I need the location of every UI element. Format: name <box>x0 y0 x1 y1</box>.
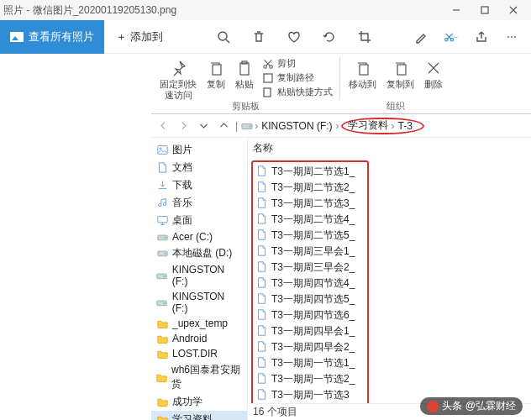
sidebar-item[interactable]: 音乐 <box>151 194 247 212</box>
file-icon <box>256 293 267 307</box>
file-item[interactable]: T3一期周二节选5_ <box>255 228 365 244</box>
forward-button[interactable] <box>175 118 192 134</box>
pasteshortcut-button[interactable]: 粘贴快捷方式 <box>262 86 333 98</box>
drive-icon <box>156 231 168 243</box>
file-item[interactable]: T3一期周一节选2_ <box>255 371 365 387</box>
navigation-pane[interactable]: 图片文档下载音乐桌面Acer (C:)本地磁盘 (D:)KINGSTON (F:… <box>151 138 248 420</box>
file-item[interactable]: T3一期周四节选4_ <box>255 276 365 291</box>
sidebar-item[interactable]: Android <box>151 331 247 346</box>
sidebar-item[interactable]: 文档 <box>151 159 247 176</box>
sidebar-item-label: KINGSTON (F:) <box>172 291 242 314</box>
sidebar-item[interactable]: 桌面 <box>151 212 247 229</box>
sidebar-item[interactable]: 本地磁盘 (D:) <box>151 244 247 262</box>
paste-button[interactable]: 粘贴 <box>230 55 259 90</box>
file-item[interactable]: T3一期周四节选6_ <box>255 307 365 323</box>
file-icon <box>256 325 267 339</box>
ribbon: 固定到快 速访问 复制 粘贴 剪切 复制路径 粘贴快捷方式 剪贴板 <box>151 54 531 114</box>
paste-icon <box>236 59 253 77</box>
scissors-icon[interactable] <box>444 29 459 45</box>
sidebar-item[interactable]: 图片 <box>151 141 247 159</box>
delete-button[interactable]: 删除 <box>419 55 448 90</box>
maximize-button[interactable] <box>471 0 499 20</box>
file-item[interactable]: T3一期周四节选5_ <box>255 291 365 307</box>
file-item[interactable]: T3一期周二节选2_ <box>255 180 365 196</box>
delete-icon[interactable] <box>251 29 266 45</box>
file-icon <box>256 357 267 370</box>
drive-icon <box>156 297 168 308</box>
column-header-name[interactable]: 名称 <box>251 138 528 159</box>
sidebar-item[interactable]: KINGSTON (F:) <box>151 262 247 289</box>
sidebar-item[interactable]: wh6国泰君安期货 <box>151 361 247 393</box>
file-list[interactable]: 名称 T3一期周二节选1_T3一期周二节选2_T3一期周二节选3_T3一期周二节… <box>248 138 531 420</box>
sidebar-item-label: _upex_temp <box>172 318 228 329</box>
svg-rect-13 <box>264 88 271 97</box>
back-button[interactable] <box>155 118 171 134</box>
sidebar-item[interactable]: 学习资料 <box>151 411 247 420</box>
drive-icon <box>156 248 168 260</box>
copyto-button[interactable]: 复制到 <box>381 55 419 90</box>
sidebar-item[interactable]: KINGSTON (F:) <box>151 289 247 316</box>
sidebar-item-label: 成功学 <box>172 395 202 409</box>
copy-button[interactable]: 复制 <box>202 55 230 90</box>
sidebar-item[interactable]: _upex_temp <box>151 316 247 331</box>
view-all-photos-button[interactable]: 查看所有照片 <box>0 20 104 54</box>
crop-icon[interactable] <box>357 29 372 45</box>
sidebar-item[interactable]: 下载 <box>151 176 247 194</box>
copypath-button[interactable]: 复制路径 <box>262 71 333 84</box>
file-item[interactable]: T3一期周一节选1_ <box>255 355 365 371</box>
zoom-icon[interactable] <box>216 29 231 45</box>
watermark-text: 头条 @弘霖财经 <box>442 399 516 413</box>
file-name: T3一期周四节选6_ <box>271 308 355 323</box>
copyto-icon <box>392 59 409 77</box>
breadcrumb-seg[interactable]: KINGSTON (F:) <box>260 119 334 133</box>
music-icon <box>156 197 168 209</box>
minimize-button[interactable] <box>442 0 471 20</box>
file-icon <box>256 181 267 195</box>
file-item[interactable]: T3一期周二节选1_ <box>255 164 365 180</box>
picture-icon <box>10 32 24 42</box>
picture-icon <box>156 144 168 156</box>
file-icon <box>256 245 267 259</box>
recent-dropdown[interactable] <box>195 118 212 134</box>
file-item[interactable]: T3一期周三早会1_ <box>255 244 365 260</box>
file-name: T3一期周四节选4_ <box>271 276 355 291</box>
sidebar-item-label: Acer (C:) <box>172 231 213 243</box>
file-icon <box>256 213 267 227</box>
sidebar-item-label: LOST.DIR <box>172 348 218 360</box>
view-all-label: 查看所有照片 <box>29 29 94 45</box>
add-to-button[interactable]: ＋ 添加到 <box>104 20 175 54</box>
file-icon <box>256 373 267 386</box>
edit-icon[interactable] <box>413 29 428 45</box>
more-icon[interactable]: ⋯ <box>504 29 519 45</box>
file-item[interactable]: T3一期周三早会2_ <box>255 260 365 276</box>
sidebar-item-label: wh6国泰君安期货 <box>171 363 242 391</box>
breadcrumb-seg[interactable]: T-3 <box>397 119 414 133</box>
ribbon-group-label: 剪贴板 <box>151 100 339 113</box>
sidebar-item[interactable]: 成功学 <box>151 393 247 411</box>
file-item[interactable]: T3一期周四早会1_ <box>255 323 365 339</box>
breadcrumb-seg[interactable]: 学习资料 <box>346 118 390 134</box>
up-button[interactable] <box>215 118 232 134</box>
address-bar: | › KINGSTON (F:) › 学习资料 › T-3 <box>151 114 531 138</box>
x-icon <box>425 59 442 77</box>
file-icon <box>256 389 267 402</box>
sidebar-item[interactable]: LOST.DIR <box>151 346 247 361</box>
file-name: T3一期周二节选4_ <box>271 213 355 227</box>
file-item[interactable]: T3一期周二节选3_ <box>255 196 365 212</box>
moveto-button[interactable]: 移动到 <box>344 55 381 90</box>
file-name: T3一期周一节选1_ <box>271 356 355 370</box>
sidebar-item[interactable]: Acer (C:) <box>151 229 247 244</box>
file-item[interactable]: T3一期周一节选3 <box>255 387 365 403</box>
rotate-icon[interactable] <box>322 29 337 45</box>
file-item[interactable]: T3一期周二节选4_ <box>255 212 365 228</box>
heart-icon[interactable] <box>287 29 302 45</box>
download-icon <box>156 180 168 192</box>
share-icon[interactable] <box>474 29 489 45</box>
file-item[interactable]: T3一期周四早会2_ <box>255 339 365 355</box>
close-button[interactable] <box>499 0 528 20</box>
sidebar-item-label: Android <box>172 333 207 344</box>
breadcrumb[interactable]: › KINGSTON (F:) › 学习资料 › T-3 <box>241 118 424 134</box>
pin-quickaccess-button[interactable]: 固定到快 速访问 <box>155 55 202 100</box>
cut-button[interactable]: 剪切 <box>262 57 333 70</box>
sidebar-item-label: 桌面 <box>172 213 192 228</box>
